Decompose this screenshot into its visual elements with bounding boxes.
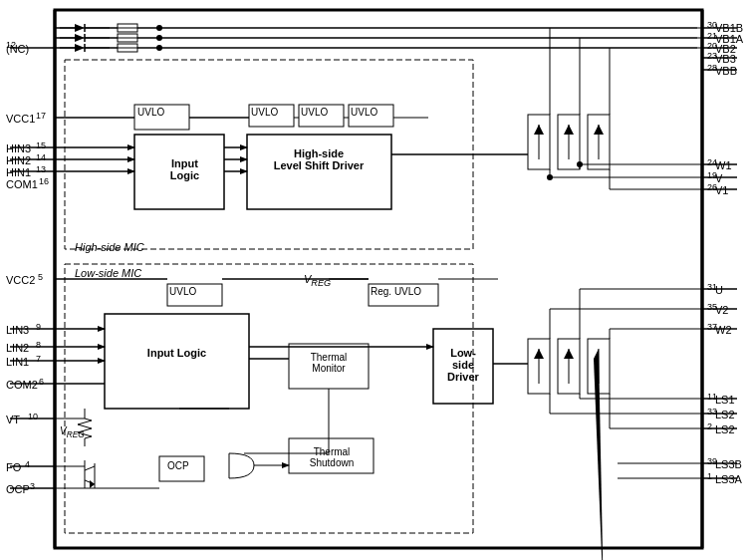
pin-hin1-num: 13 [36,164,46,174]
pin-hin2-num: 14 [36,152,46,162]
pin-vb3-label: VB3 [715,53,736,65]
pin-hin3-num: 15 [36,140,46,150]
pin-w2-num: 37 [707,322,717,332]
hs-level-shift-label: High-sideLevel Shift Driver [254,147,383,171]
uvlo-vcc1-label: UVLO [137,107,164,118]
svg-marker-32 [564,125,574,135]
pin-v2-num: 35 [707,302,717,312]
pin-v1-num: 26 [707,182,717,192]
pin-ls3a-num: 1 [707,471,712,481]
pin-vt-label: VT [6,414,20,425]
pin-ls1-num: 11 [707,392,717,402]
pin-vbb-label: VBB [715,65,737,77]
input-logic-ls-label: Input Logic [115,347,239,359]
svg-point-156 [156,25,162,31]
svg-point-157 [156,35,162,41]
pin-hin1-label: HIN1 [6,166,31,178]
pin-fo-label: FO [6,461,21,473]
svg-point-154 [547,174,553,180]
uvlo-hs1-label: UVLO [251,107,278,118]
pin-com1-num: 16 [39,176,49,186]
ls-mic-label: Low-side MIC [75,267,141,279]
pin-ls1-label: LS1 [715,394,735,406]
pin-ls3b-num: 39 [707,456,717,466]
pin-vb3-num: 23 [707,51,717,61]
pin-ocp-num: 3 [30,481,35,491]
pin-w2-label: W2 [715,324,732,336]
pin-vb1b-num: 30 [707,20,717,30]
pin-lin3-num: 9 [36,322,41,332]
ocp-label: OCP [167,460,189,471]
svg-marker-36 [534,349,544,359]
svg-point-158 [156,45,162,51]
thermal-shutdown-label: ThermalShutdown [292,446,372,468]
svg-marker-34 [594,125,604,135]
svg-line-19 [85,466,95,470]
pin-w1-label: W1 [715,159,732,171]
ls-driver-label: Low-sideDriver [437,347,489,383]
svg-marker-50 [75,34,85,42]
pin-com2-label: COM2 [6,379,38,391]
svg-marker-54 [75,44,85,52]
pin-lin1-label: LIN1 [6,356,29,368]
pin-v1-label: V1 [715,184,728,196]
uvlo-ls-label: UVLO [169,286,196,297]
pin-lin1-num: 7 [36,354,41,364]
pin-ls2a-num: 33 [707,407,717,417]
pin-com1-label: COM1 [6,178,38,190]
uvlo-hs2-label: UVLO [301,107,328,118]
vreg-top-label: VREG [304,273,331,288]
pin-vcc1-label: VCC1 [6,113,35,125]
diagram-svg [0,0,749,560]
pin-nc-num: 12 [6,40,16,50]
input-logic-hs-label: InputLogic [147,157,222,181]
thermal-monitor-label: ThermalMonitor [293,352,365,374]
pin-v2-label: V2 [715,304,728,316]
pin-ls3b-label: LS3B [715,458,742,470]
pin-vb2-num: 20 [707,41,717,51]
vreg-resistor-label: VREG [60,425,85,439]
pin-hin3-label: HIN3 [6,142,31,154]
pin-w1-num: 24 [707,157,717,167]
svg-marker-46 [75,24,85,32]
svg-rect-10 [247,135,391,209]
pin-com2-num: 6 [39,377,44,387]
pin-lin3-label: LIN3 [6,324,29,336]
pin-ls3a-label: LS3A [715,473,742,485]
reg-uvlo-label: Reg. UVLO [371,286,421,297]
svg-marker-38 [564,349,574,359]
uvlo-hs3-label: UVLO [351,107,377,118]
hs-mic-label: High-side MIC [75,241,144,253]
svg-point-155 [577,161,583,167]
pin-fo-num: 4 [25,459,30,469]
pin-vb1a-num: 21 [707,31,717,41]
svg-marker-30 [534,125,544,135]
pin-vbb-num: 28 [707,63,717,73]
pin-ls2a-label: LS2 [715,409,735,420]
pin-vcc2-num: 5 [38,272,43,282]
pin-ls2b-num: 2 [707,421,712,431]
pin-ls2b-label: LS2 [715,423,735,435]
pin-vcc2-label: VCC2 [6,274,35,286]
pin-ocp-label: OCP [6,483,30,495]
pin-hin2-label: HIN2 [6,154,31,166]
pin-vt-num: 10 [28,412,38,421]
ic-block-diagram: (NC) 12 VCC1 17 HIN3 15 HIN2 14 HIN1 13 … [0,0,749,560]
svg-marker-40 [594,349,604,560]
pin-vcc1-num: 17 [36,111,46,121]
svg-rect-4 [65,264,473,533]
pin-u-num: 31 [707,282,717,292]
pin-v-num: 19 [707,170,717,180]
svg-marker-22 [90,480,95,488]
pin-lin2-label: LIN2 [6,342,29,354]
pin-lin2-num: 8 [36,340,41,350]
svg-rect-13 [105,314,249,409]
